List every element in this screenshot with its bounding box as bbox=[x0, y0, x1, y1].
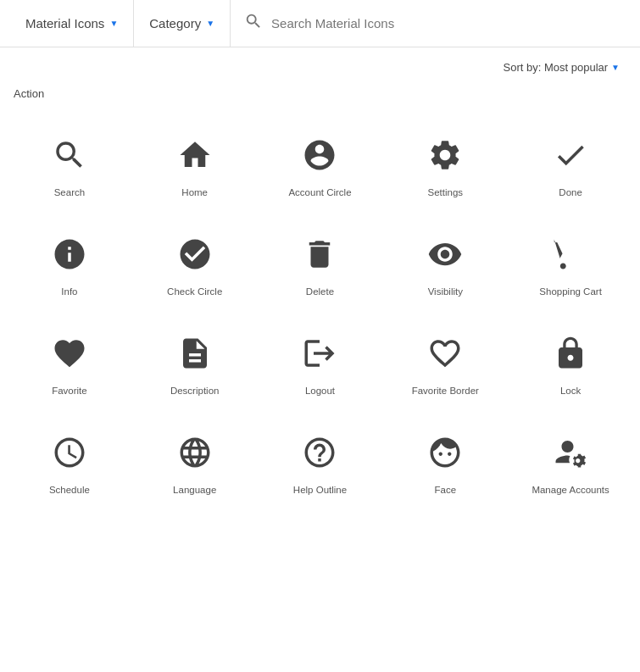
settings-icon bbox=[424, 134, 466, 176]
section-label: Action bbox=[0, 81, 640, 114]
sort-bar: Sort by: Most popular ▼ bbox=[0, 47, 640, 81]
sort-arrow-icon: ▼ bbox=[611, 63, 620, 72]
search-bar bbox=[231, 12, 630, 35]
dropdown1-arrow: ▼ bbox=[109, 19, 118, 28]
icon-item-home[interactable]: Home bbox=[132, 114, 258, 213]
icon-label-language: Language bbox=[173, 484, 216, 497]
visibility-icon bbox=[424, 233, 466, 275]
dropdown2-arrow: ▼ bbox=[206, 19, 214, 28]
icon-item-search[interactable]: Search bbox=[7, 114, 132, 213]
delete-icon bbox=[298, 233, 341, 275]
material-icons-dropdown[interactable]: Material Icons ▼ bbox=[10, 0, 134, 47]
help-outline-icon bbox=[298, 431, 341, 474]
icon-item-check-circle[interactable]: Check Circle bbox=[132, 213, 258, 312]
icon-label-check-circle: Check Circle bbox=[167, 286, 222, 298]
icon-item-manage-accounts[interactable]: Manage Accounts bbox=[508, 411, 633, 510]
logout-icon bbox=[298, 332, 341, 375]
icon-label-schedule: Schedule bbox=[49, 484, 90, 497]
icon-item-favorite-border[interactable]: Favorite Border bbox=[382, 312, 508, 411]
icon-item-face[interactable]: Face bbox=[382, 411, 508, 510]
icon-label-favorite-border: Favorite Border bbox=[412, 385, 479, 397]
language-icon bbox=[174, 431, 216, 474]
icon-label-logout: Logout bbox=[305, 385, 335, 397]
icon-label-visibility: Visibility bbox=[428, 286, 463, 298]
icon-item-shopping-cart[interactable]: Shopping Cart bbox=[508, 213, 633, 312]
manage-accounts-icon bbox=[549, 431, 592, 474]
icon-label-face: Face bbox=[435, 484, 457, 497]
sort-dropdown[interactable]: Sort by: Most popular ▼ bbox=[504, 61, 620, 74]
header: Material Icons ▼ Category ▼ bbox=[0, 0, 640, 47]
icon-label-done: Done bbox=[559, 186, 582, 199]
icon-label-manage-accounts: Manage Accounts bbox=[531, 484, 609, 497]
icon-item-schedule[interactable]: Schedule bbox=[7, 411, 132, 510]
icon-item-description[interactable]: Description bbox=[132, 312, 258, 411]
icon-label-search: Search bbox=[54, 186, 85, 199]
icon-label-help-outline: Help Outline bbox=[293, 484, 347, 497]
icon-item-logout[interactable]: Logout bbox=[258, 312, 383, 411]
icon-item-visibility[interactable]: Visibility bbox=[382, 213, 508, 312]
icon-item-settings[interactable]: Settings bbox=[382, 114, 508, 213]
info-icon bbox=[48, 233, 91, 275]
account-circle-icon bbox=[298, 134, 341, 176]
category-label: Category bbox=[149, 16, 201, 31]
icon-label-lock: Lock bbox=[560, 385, 581, 397]
icon-item-help-outline[interactable]: Help Outline bbox=[258, 411, 383, 510]
icon-label-description: Description bbox=[170, 385, 220, 397]
icon-item-delete[interactable]: Delete bbox=[258, 213, 383, 312]
icon-label-home: Home bbox=[181, 186, 208, 199]
icon-item-favorite[interactable]: Favorite bbox=[7, 312, 132, 411]
schedule-icon bbox=[48, 431, 91, 474]
face-icon bbox=[424, 431, 466, 474]
icon-item-done[interactable]: Done bbox=[508, 114, 633, 213]
category-dropdown[interactable]: Category ▼ bbox=[134, 0, 231, 47]
check-circle-icon bbox=[174, 233, 216, 275]
icon-item-account-circle[interactable]: Account Circle bbox=[258, 114, 383, 213]
favorite-border-icon bbox=[424, 332, 466, 375]
icon-label-settings: Settings bbox=[428, 186, 464, 199]
search-icon bbox=[244, 12, 263, 35]
icon-label-account-circle: Account Circle bbox=[288, 186, 351, 199]
favorite-icon bbox=[48, 332, 91, 375]
done-icon bbox=[549, 134, 592, 176]
description-icon bbox=[174, 332, 216, 375]
icon-label-delete: Delete bbox=[306, 286, 334, 298]
search-icon bbox=[48, 134, 91, 176]
home-icon bbox=[174, 134, 216, 176]
shopping-cart-icon bbox=[549, 233, 592, 275]
icon-label-shopping-cart: Shopping Cart bbox=[539, 286, 602, 298]
icons-grid: Search Home Account Circle Settings Done… bbox=[0, 114, 640, 530]
sort-label-text: Sort by: Most popular bbox=[504, 61, 609, 74]
lock-icon bbox=[549, 332, 592, 375]
icon-item-info[interactable]: Info bbox=[7, 213, 132, 312]
material-icons-label: Material Icons bbox=[25, 16, 104, 31]
icon-item-lock[interactable]: Lock bbox=[508, 312, 633, 411]
icon-label-info: Info bbox=[61, 286, 77, 298]
search-input[interactable] bbox=[271, 16, 616, 31]
icon-label-favorite: Favorite bbox=[52, 385, 87, 397]
icon-item-language[interactable]: Language bbox=[132, 411, 258, 510]
